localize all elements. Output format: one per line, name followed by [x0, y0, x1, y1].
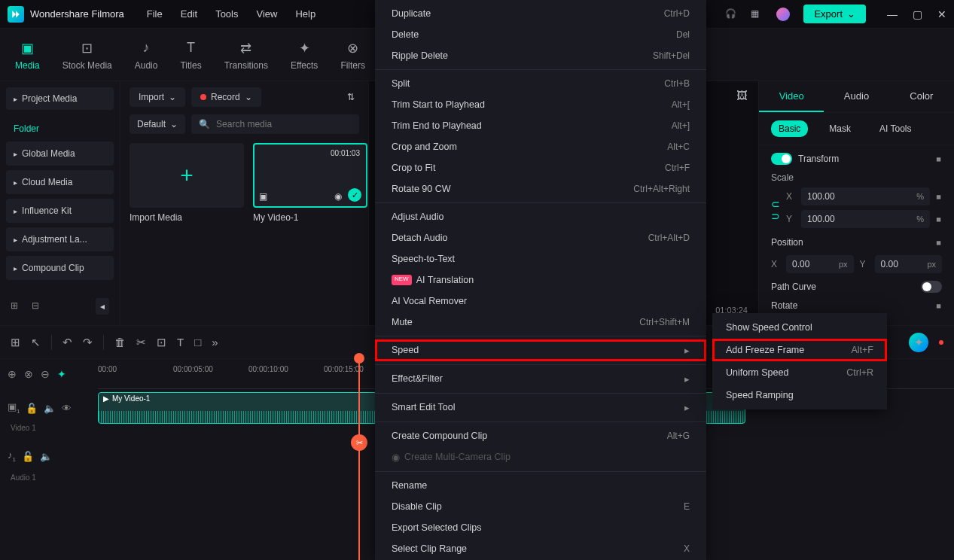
- menu-item-ai-translation[interactable]: NEWAI Translation: [375, 269, 706, 291]
- profile-icon[interactable]: [776, 8, 790, 21]
- menu-item-detach-audio[interactable]: Detach AudioCtrl+Alt+D: [375, 227, 706, 248]
- undo-icon[interactable]: ↶: [62, 336, 72, 349]
- export-button[interactable]: Export⌄: [803, 5, 866, 23]
- marker-icon[interactable]: ✦: [57, 368, 66, 380]
- scale-y-input[interactable]: 100.00%: [801, 210, 930, 228]
- audio-track-icon[interactable]: ♪1: [8, 449, 16, 463]
- menu-item-crop-and-zoom[interactable]: Crop and ZoomAlt+C: [375, 136, 706, 157]
- cat-compound-clip[interactable]: Compound Clip: [6, 256, 114, 280]
- import-button[interactable]: Import⌄: [130, 87, 185, 107]
- collapse-panel-button[interactable]: ◂: [96, 298, 109, 315]
- tab-transitions[interactable]: ⇄Transitions: [224, 39, 268, 71]
- keyframe-diamond-icon[interactable]: ◆: [934, 214, 943, 224]
- menu-edit[interactable]: Edit: [181, 8, 197, 20]
- grid-icon[interactable]: ▦: [751, 8, 763, 20]
- menu-item-speech-to-text[interactable]: Speech-to-Text: [375, 248, 706, 269]
- rp-subtab-basic[interactable]: Basic: [771, 120, 808, 137]
- tab-stock-media[interactable]: ⊡Stock Media: [62, 39, 112, 71]
- visibility-icon[interactable]: 👁: [62, 403, 72, 414]
- menu-item-effect-filter[interactable]: Effect&Filter▸: [375, 368, 706, 390]
- menu-file[interactable]: File: [147, 8, 163, 20]
- filter-icon[interactable]: ⇅: [343, 87, 359, 107]
- project-media-dropdown[interactable]: Project Media: [6, 87, 114, 110]
- playhead[interactable]: ✂: [358, 359, 360, 560]
- more-icon[interactable]: »: [212, 336, 218, 348]
- layout-icon[interactable]: ⊞: [11, 336, 20, 349]
- rp-tab-color[interactable]: Color: [889, 81, 954, 112]
- menu-item-rotate-90-cw[interactable]: Rotate 90 CWCtrl+Alt+Right: [375, 178, 706, 199]
- cat-cloud-media[interactable]: Cloud Media: [6, 170, 114, 194]
- tab-media[interactable]: ▣Media: [15, 39, 40, 71]
- path-curve-toggle[interactable]: [921, 281, 942, 293]
- shape-icon[interactable]: □: [194, 336, 201, 348]
- menu-item-ai-vocal-remover[interactable]: AI Vocal Remover: [375, 291, 706, 312]
- tab-filters[interactable]: ⊗Filters: [340, 39, 365, 71]
- crop-icon[interactable]: ⊡: [157, 336, 166, 349]
- new-folder-icon[interactable]: ⊞: [11, 300, 23, 312]
- headphones-icon[interactable]: 🎧: [725, 8, 737, 20]
- maximize-button[interactable]: ▢: [913, 8, 922, 20]
- text-icon[interactable]: T: [177, 336, 184, 348]
- tab-effects[interactable]: ✦Effects: [291, 39, 318, 71]
- menu-view[interactable]: View: [256, 8, 277, 20]
- rp-subtab-mask[interactable]: Mask: [821, 120, 858, 137]
- lock-icon[interactable]: 🔓: [26, 403, 38, 414]
- menu-item-create-compound-clip[interactable]: Create Compound ClipAlt+G: [375, 425, 706, 446]
- scale-x-input[interactable]: 100.00%: [801, 187, 930, 205]
- keyframe-diamond-icon[interactable]: ◆: [934, 154, 943, 163]
- close-button[interactable]: ✕: [937, 8, 946, 20]
- pos-x-input[interactable]: 0.00px: [786, 255, 854, 273]
- menu-item-smart-edit-tool[interactable]: Smart Edit Tool▸: [375, 397, 706, 418]
- record-button[interactable]: Record⌄: [191, 87, 261, 107]
- sort-dropdown[interactable]: Default⌄: [130, 114, 185, 134]
- add-track-icon[interactable]: ⊕: [8, 368, 17, 380]
- tab-titles[interactable]: TTitles: [180, 39, 201, 71]
- menu-item-trim-start-to-playhead[interactable]: Trim Start to PlayheadAlt+[: [375, 94, 706, 115]
- magnet-icon[interactable]: ⊖: [41, 368, 50, 380]
- pos-y-input[interactable]: 0.00px: [875, 255, 943, 273]
- menu-item-export-selected-clips[interactable]: Export Selected Clips: [375, 517, 706, 538]
- transform-toggle[interactable]: [771, 153, 792, 165]
- link-track-icon[interactable]: ⊗: [24, 368, 33, 380]
- mute-icon[interactable]: 🔈: [44, 403, 56, 414]
- menu-item-speed[interactable]: Speed▸: [375, 339, 706, 361]
- keyframe-diamond-icon[interactable]: ◆: [934, 300, 943, 310]
- menu-item-rename[interactable]: Rename: [375, 475, 706, 496]
- tab-audio[interactable]: ♪Audio: [135, 39, 158, 71]
- mute-icon[interactable]: 🔈: [40, 451, 52, 462]
- menu-item-ripple-delete[interactable]: Ripple DeleteShift+Del: [375, 45, 706, 66]
- submenu-item-add-freeze-frame[interactable]: Add Freeze FrameAlt+F: [712, 339, 887, 361]
- lock-icon[interactable]: 🔓: [22, 451, 34, 462]
- menu-item-delete[interactable]: DeleteDel: [375, 24, 706, 45]
- search-box[interactable]: 🔍: [191, 114, 359, 134]
- pointer-icon[interactable]: ↖: [31, 336, 41, 349]
- rp-subtab-ai-tools[interactable]: AI Tools: [872, 120, 919, 137]
- menu-tools[interactable]: Tools: [215, 8, 238, 20]
- menu-help[interactable]: Help: [295, 8, 315, 20]
- submenu-item-show-speed-control[interactable]: Show Speed Control: [712, 316, 887, 339]
- search-input[interactable]: [216, 119, 352, 129]
- submenu-item-speed-ramping[interactable]: Speed Ramping: [712, 384, 887, 406]
- video-track-icon[interactable]: ▣1: [8, 401, 20, 415]
- new-bin-icon[interactable]: ⊟: [32, 300, 44, 312]
- keyframe-diamond-icon[interactable]: ◆: [934, 191, 943, 201]
- menu-item-disable-clip[interactable]: Disable ClipE: [375, 496, 706, 517]
- rp-tab-video[interactable]: Video: [759, 81, 824, 112]
- minimize-button[interactable]: ―: [887, 8, 898, 20]
- folder-link[interactable]: Folder: [6, 116, 114, 142]
- menu-item-split[interactable]: SplitCtrl+B: [375, 73, 706, 94]
- menu-item-adjust-audio[interactable]: Adjust Audio: [375, 206, 706, 227]
- cat-global-media[interactable]: Global Media: [6, 142, 114, 166]
- menu-item-select-clip-range[interactable]: Select Clip RangeX: [375, 538, 706, 559]
- cut-icon[interactable]: ✂: [136, 336, 146, 349]
- link-icon[interactable]: ⊂⊃: [771, 198, 780, 222]
- cat-adjustment-layer[interactable]: Adjustment La...: [6, 227, 114, 251]
- ai-button[interactable]: ✦: [909, 333, 928, 352]
- delete-icon[interactable]: 🗑: [114, 336, 126, 348]
- rp-tab-audio[interactable]: Audio: [824, 81, 888, 112]
- menu-item-duplicate[interactable]: DuplicateCtrl+D: [375, 3, 706, 24]
- playhead-cut-icon[interactable]: ✂: [351, 434, 367, 451]
- redo-icon[interactable]: ↷: [83, 336, 93, 349]
- cat-influence-kit[interactable]: Influence Kit: [6, 199, 114, 223]
- keyframe-diamond-icon[interactable]: ◆: [934, 237, 943, 247]
